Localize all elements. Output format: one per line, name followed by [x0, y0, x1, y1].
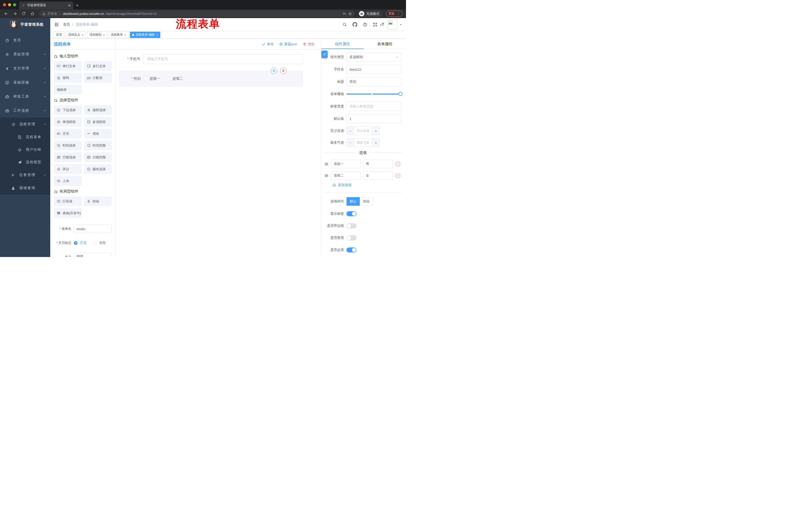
max-select-placeholder[interactable]: 最多可选 — [354, 139, 372, 146]
github-icon[interactable] — [352, 22, 357, 27]
title-input[interactable]: 性别 — [346, 77, 402, 86]
copy-field-button[interactable] — [271, 67, 277, 74]
close-tag-icon[interactable]: × — [156, 33, 158, 37]
decrement-button[interactable]: − — [347, 139, 354, 146]
tag-流程表单[interactable]: 流程表单× — [109, 32, 128, 38]
maximize-window-button[interactable] — [13, 3, 16, 6]
delete-field-button[interactable] — [280, 67, 286, 74]
palette-chip-上传[interactable]: 上传 — [54, 176, 82, 186]
tab-form-props[interactable]: 表单属性 — [364, 39, 406, 49]
drag-handle-icon[interactable] — [324, 173, 329, 178]
sidebar-item-研发工具[interactable]: 研发工具 — [0, 89, 50, 104]
address-bar[interactable]: 不安全 dashboard.yudao.iocoder.cn/bpm/manag… — [39, 10, 355, 17]
sidebar-item-流程模型[interactable]: 流程模型 — [0, 156, 50, 168]
palette-chip-密码[interactable]: 密码 — [54, 73, 82, 83]
browser-menu-icon[interactable] — [397, 12, 400, 15]
checkbox-unchecked[interactable] — [144, 77, 147, 80]
toggle-switch-off[interactable] — [346, 235, 356, 240]
palette-chip-行容器[interactable]: 行容器 — [54, 196, 82, 206]
option-value-input[interactable]: 女 — [363, 171, 393, 180]
phone-field-row[interactable]: 手机号 请输入手机号 — [118, 54, 303, 64]
palette-chip-时间选择[interactable]: 时间选择 — [54, 141, 82, 151]
avatar-caret-icon[interactable] — [400, 23, 402, 26]
view-json-button[interactable]: 查看json — [279, 42, 297, 47]
sidebar-item-首页[interactable]: 首页 — [0, 33, 50, 47]
toggle-switch-on[interactable] — [346, 247, 356, 252]
palette-chip-按钮[interactable]: 按钮 — [84, 196, 112, 206]
gender-field-row-selected[interactable]: 性别 选项一选项二 — [119, 71, 303, 87]
field-name-input[interactable]: field122 — [346, 65, 402, 74]
tag-流程表单-编辑[interactable]: 流程表单-编辑× — [130, 32, 160, 38]
slider-handle[interactable] — [399, 92, 403, 96]
min-select-placeholder[interactable]: 至少应选 — [354, 127, 372, 135]
bookmark-star-icon[interactable] — [348, 12, 352, 16]
forward-icon[interactable] — [13, 11, 17, 16]
style-button-button[interactable]: 按钮 — [360, 197, 373, 206]
palette-chip-计数器[interactable]: 123计数器 — [84, 73, 112, 83]
reload-icon[interactable] — [22, 11, 26, 16]
palette-chip-开关[interactable]: 开关 — [54, 129, 82, 139]
close-tag-icon[interactable]: × — [103, 33, 105, 37]
palette-chip-多选框组[interactable]: 多选框组 — [84, 117, 112, 127]
tag-首页[interactable]: 首页 — [54, 32, 64, 38]
tag-流程定义[interactable]: 流程定义× — [66, 32, 86, 38]
clear-button[interactable]: 清空 — [303, 42, 315, 47]
data-binding-chip[interactable] — [321, 51, 328, 58]
update-button[interactable]: 更新 — [386, 10, 403, 17]
close-tag-icon[interactable]: × — [124, 33, 126, 37]
option-value-input[interactable]: 男 — [363, 160, 393, 168]
collapse-sidebar-icon[interactable] — [54, 22, 59, 27]
new-tab-button[interactable]: + — [76, 3, 79, 8]
search-icon[interactable] — [343, 22, 347, 27]
default-value-input[interactable]: 1 — [346, 114, 402, 123]
component-type-select[interactable]: 多选框组 — [346, 53, 402, 62]
sidebar-item-流程表单[interactable]: 流程表单 — [0, 131, 50, 143]
style-default-button[interactable]: 默认 — [346, 197, 360, 206]
sidebar-item-流程管理[interactable]: 流程管理 — [0, 118, 50, 131]
close-tab-icon[interactable]: ✕ — [68, 3, 71, 7]
grid-slider[interactable] — [346, 89, 402, 99]
gender-option-选项二[interactable]: 选项二 — [167, 77, 183, 81]
palette-chip-日期选择[interactable]: 日期选择 — [54, 153, 82, 162]
option-label-input[interactable]: 选项二 — [331, 171, 361, 180]
palette-chip-日期范围[interactable]: 日期范围 — [84, 153, 112, 162]
close-tag-icon[interactable]: × — [82, 33, 83, 37]
phone-input[interactable]: 请输入手机号 — [143, 54, 303, 64]
toggle-switch-on[interactable] — [346, 211, 356, 216]
option-label-input[interactable]: 选项一 — [331, 160, 361, 168]
remove-option-button[interactable]: − — [396, 173, 400, 178]
font-size-icon[interactable]: TT — [380, 23, 384, 27]
label-width-input[interactable]: 请输入标签宽度 — [346, 102, 402, 111]
palette-chip-颜色选择[interactable]: 颜色选择 — [84, 164, 112, 174]
status-off-radio[interactable]: 关闭 — [93, 241, 106, 245]
minimize-window-button[interactable] — [8, 3, 11, 6]
palette-chip-多行文本[interactable]: 多行文本 — [84, 61, 112, 71]
checkbox-unchecked[interactable] — [167, 77, 170, 80]
key-icon[interactable] — [343, 12, 346, 16]
drag-handle-icon[interactable] — [324, 162, 329, 166]
fullscreen-icon[interactable] — [373, 22, 377, 27]
palette-chip-单行文本[interactable]: 单行文本 — [54, 61, 82, 71]
breadcrumb-home[interactable]: 首页 — [63, 22, 70, 27]
palette-chip-下拉选择[interactable]: 下拉选择 — [54, 105, 82, 115]
palette-chip-编辑器[interactable]: 编辑器 — [54, 85, 82, 94]
tag-流程模型[interactable]: 流程模型× — [87, 32, 107, 38]
form-remark-textarea[interactable]: 嘿嘿 — [74, 253, 112, 257]
browser-tab[interactable]: 芋道管理系统 ✕ — [19, 1, 74, 9]
gender-option-选项一[interactable]: 选项一 — [144, 77, 160, 81]
sidebar-item-系统管理[interactable]: 系统管理 — [0, 47, 50, 61]
remove-option-button[interactable]: − — [396, 162, 400, 166]
toggle-switch-off[interactable] — [346, 223, 356, 228]
palette-chip-单选框组[interactable]: 单选框组 — [54, 117, 82, 127]
palette-chip-表格[开发中][interactable]: 表格[开发中] — [54, 208, 82, 218]
close-window-button[interactable] — [3, 3, 6, 6]
save-button[interactable]: 保存 — [262, 42, 273, 47]
tab-component-props[interactable]: 组件属性 — [321, 39, 364, 49]
increment-button[interactable]: + — [372, 139, 379, 146]
sidebar-item-基础设施[interactable]: 基础设施 — [0, 76, 50, 89]
increment-button[interactable]: + — [372, 127, 379, 135]
add-option-button[interactable]: 添加选项 — [332, 183, 402, 187]
back-icon[interactable] — [4, 11, 8, 16]
palette-chip-滑块[interactable]: 滑块 — [84, 129, 112, 139]
sidebar-logo[interactable]: 芋道管理系统 — [0, 18, 50, 31]
